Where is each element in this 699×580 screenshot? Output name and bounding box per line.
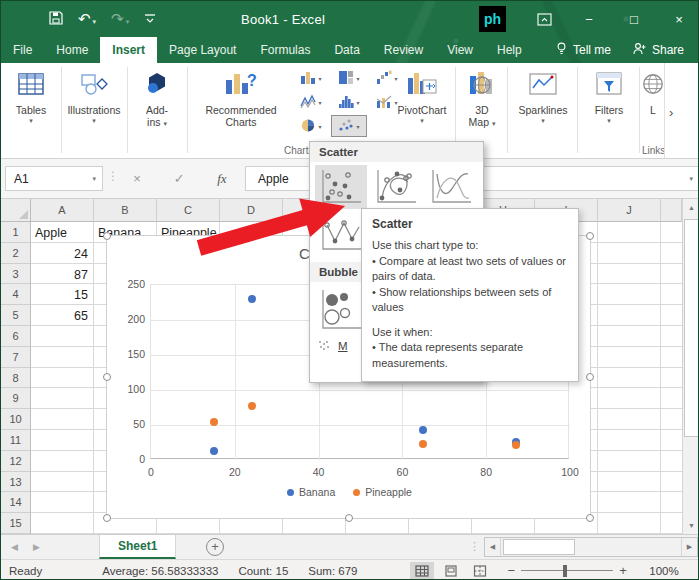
scatter-straight-markers-option[interactable] (315, 212, 367, 256)
name-box[interactable]: A1 ▾ (5, 166, 103, 191)
row-header-6[interactable]: 6 (1, 326, 31, 347)
redo-button[interactable]: ↷▾ (111, 10, 129, 28)
horizontal-scrollbar[interactable]: ◀ ▶ (484, 537, 698, 557)
scatter-basic-option[interactable] (315, 165, 367, 209)
row-header-10[interactable]: 10 (1, 409, 31, 430)
add-sheet-button[interactable]: + (206, 538, 224, 556)
column-chart-button[interactable]: ▾ (293, 67, 329, 89)
histogram-chart-button[interactable]: ▾ (331, 91, 367, 113)
zoom-slider[interactable] (521, 562, 613, 580)
column-header-a[interactable]: A (31, 199, 94, 222)
tab-formulas[interactable]: Formulas (248, 37, 322, 63)
chart-selection-handle[interactable] (103, 514, 111, 522)
row-header-2[interactable]: 2 (1, 243, 31, 264)
page-break-view-button[interactable] (468, 562, 492, 580)
tab-home[interactable]: Home (44, 37, 100, 63)
row-header-7[interactable]: 7 (1, 347, 31, 368)
row-header-13[interactable]: 13 (1, 472, 31, 493)
name-box-dropdown-icon[interactable]: ▾ (92, 175, 96, 183)
sheet-nav-left-icon[interactable]: ◀ (11, 535, 18, 559)
sparklines-button[interactable]: Sparklines ▾ (511, 66, 575, 125)
chart-selection-handle[interactable] (586, 514, 594, 522)
zoom-level[interactable]: 100% (639, 565, 679, 577)
cell-a2[interactable]: 24 (31, 244, 88, 264)
hscroll-left-icon[interactable]: ◀ (485, 538, 501, 556)
ribbon-scroll-right-icon[interactable]: › (669, 105, 673, 120)
close-button[interactable]: × (662, 1, 696, 37)
cancel-icon[interactable]: × (133, 171, 141, 186)
row-header-9[interactable]: 9 (1, 388, 31, 409)
scatter-smooth-lines-option[interactable] (425, 165, 477, 209)
row-header-4[interactable]: 4 (1, 284, 31, 305)
filters-button[interactable]: Filters ▾ (581, 66, 637, 125)
tables-button[interactable]: Tables ▾ (3, 66, 59, 125)
customize-quick-access-button[interactable] (144, 10, 156, 28)
status-sum[interactable]: Sum: 679 (308, 565, 357, 577)
chart-selection-handle[interactable] (103, 232, 111, 240)
illustrations-button[interactable]: Illustrations ▾ (63, 66, 125, 125)
column-header-b[interactable]: B (94, 199, 157, 222)
add-ins-button[interactable]: Add-ins ▾ (129, 66, 185, 130)
row-header-5[interactable]: 5 (1, 305, 31, 326)
minimize-button[interactable]: − (572, 1, 606, 37)
pie-chart-button[interactable]: ▾ (293, 115, 329, 137)
cell-a1[interactable]: Apple (35, 223, 67, 243)
scatter-chart-button[interactable]: ▾ (331, 115, 367, 137)
vertical-scrollbar[interactable]: ▲ ▼ (682, 199, 699, 534)
sheet-nav-right-icon[interactable]: ▶ (33, 535, 40, 559)
row-header-1[interactable]: 1 (1, 222, 31, 243)
maximize-button[interactable]: □ (617, 1, 651, 37)
scroll-down-icon[interactable]: ▼ (683, 517, 699, 534)
chart-selection-handle[interactable] (103, 373, 111, 381)
status-count[interactable]: Count: 15 (238, 565, 288, 577)
normal-view-button[interactable] (410, 562, 434, 580)
3d-map-button[interactable]: 3DMap ▾ (459, 66, 505, 130)
formula-expand-icon[interactable]: ▾ (689, 175, 693, 183)
scatter-smooth-markers-option[interactable] (370, 165, 422, 209)
enter-icon[interactable]: ✓ (174, 171, 185, 186)
column-header-j[interactable]: J (598, 199, 661, 222)
pivotchart-button[interactable]: PivotChart ▾ (393, 66, 451, 125)
ribbon-display-options-button[interactable] (527, 1, 561, 37)
tab-page-layout[interactable]: Page Layout (157, 37, 248, 63)
tab-data[interactable]: Data (322, 37, 371, 63)
zoom-slider-thumb[interactable] (563, 565, 567, 577)
row-header-12[interactable]: 12 (1, 451, 31, 472)
tab-insert[interactable]: Insert (100, 37, 157, 63)
status-average[interactable]: Average: 56.58333333 (102, 565, 218, 577)
tell-me-button[interactable]: Tell me (556, 42, 611, 58)
scroll-up-icon[interactable]: ▲ (683, 199, 699, 216)
vertical-scrollbar-thumb[interactable] (684, 219, 699, 437)
hscroll-right-icon[interactable]: ▶ (681, 538, 697, 556)
line-chart-button[interactable]: ▾ (293, 91, 329, 113)
bubble-chart-option[interactable] (315, 285, 367, 335)
recommended-charts-button[interactable]: ? RecommendedCharts (191, 66, 291, 128)
column-header-c[interactable]: C (157, 199, 220, 222)
column-header-partial[interactable] (661, 199, 682, 222)
sheet-tab-sheet1[interactable]: Sheet1 (99, 535, 176, 559)
row-header-11[interactable]: 11 (1, 430, 31, 451)
zoom-in-button[interactable]: + (619, 563, 627, 578)
undo-button[interactable]: ↶▾ (78, 10, 96, 28)
page-layout-view-button[interactable] (439, 562, 463, 580)
row-header-14[interactable]: 14 (1, 492, 31, 513)
row-header-15[interactable]: 15 (1, 513, 31, 534)
cell-a3[interactable]: 87 (31, 265, 88, 285)
chart-selection-handle[interactable] (586, 373, 594, 381)
tab-file[interactable]: File (1, 37, 44, 63)
cell-a5[interactable]: 65 (31, 306, 88, 326)
cell-a4[interactable]: 15 (31, 285, 88, 305)
chart-selection-handle[interactable] (586, 232, 594, 240)
horizontal-scrollbar-thumb[interactable] (503, 539, 575, 555)
insert-function-icon[interactable]: fx (217, 171, 226, 187)
tab-view[interactable]: View (435, 37, 485, 63)
row-header-3[interactable]: 3 (1, 264, 31, 285)
tab-review[interactable]: Review (372, 37, 435, 63)
link-button[interactable]: L (641, 66, 665, 116)
tab-help[interactable]: Help (485, 37, 534, 63)
treemap-chart-button[interactable]: ▾ (331, 67, 367, 89)
column-header-d[interactable]: D (220, 199, 283, 222)
select-all-corner[interactable] (1, 199, 31, 222)
row-header-8[interactable]: 8 (1, 368, 31, 389)
chart-selection-handle[interactable] (345, 514, 353, 522)
